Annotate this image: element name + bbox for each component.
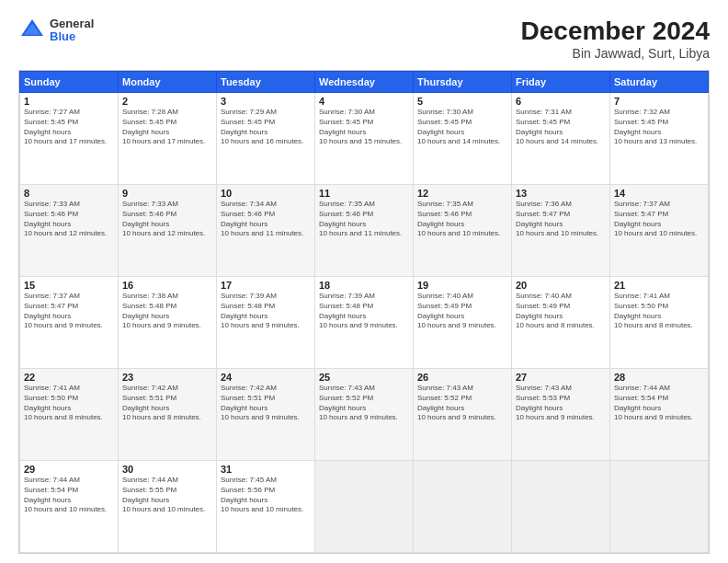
- col-friday: Friday: [512, 72, 610, 93]
- calendar-cell: 24Sunrise: 7:42 AMSunset: 5:51 PMDayligh…: [217, 369, 315, 461]
- day-number: 9: [122, 188, 212, 199]
- day-info: Sunrise: 7:40 AMSunset: 5:49 PMDaylight …: [417, 292, 507, 331]
- day-info: Sunrise: 7:37 AMSunset: 5:47 PMDaylight …: [24, 292, 114, 331]
- calendar-week-3: 22Sunrise: 7:41 AMSunset: 5:50 PMDayligh…: [20, 369, 709, 461]
- day-number: 2: [122, 96, 212, 107]
- day-number: 19: [417, 280, 507, 291]
- calendar-cell: 27Sunrise: 7:43 AMSunset: 5:53 PMDayligh…: [512, 369, 610, 461]
- col-saturday: Saturday: [610, 72, 709, 93]
- calendar-cell: 21Sunrise: 7:41 AMSunset: 5:50 PMDayligh…: [610, 277, 709, 369]
- day-number: 16: [122, 280, 212, 291]
- logo-line2: Blue: [50, 30, 94, 43]
- calendar-cell: 8Sunrise: 7:33 AMSunset: 5:46 PMDaylight…: [20, 185, 119, 277]
- day-info: Sunrise: 7:31 AMSunset: 5:45 PMDaylight …: [516, 108, 606, 147]
- day-info: Sunrise: 7:39 AMSunset: 5:48 PMDaylight …: [319, 292, 409, 331]
- day-info: Sunrise: 7:37 AMSunset: 5:47 PMDaylight …: [614, 200, 704, 239]
- col-thursday: Thursday: [414, 72, 512, 93]
- calendar-cell: 2Sunrise: 7:28 AMSunset: 5:45 PMDaylight…: [119, 93, 217, 185]
- calendar-week-4: 29Sunrise: 7:44 AMSunset: 5:54 PMDayligh…: [20, 461, 709, 553]
- calendar-cell: [512, 461, 610, 553]
- day-number: 23: [122, 372, 212, 383]
- day-info: Sunrise: 7:44 AMSunset: 5:54 PMDaylight …: [614, 384, 704, 423]
- calendar-cell: 9Sunrise: 7:33 AMSunset: 5:46 PMDaylight…: [119, 185, 217, 277]
- day-number: 21: [614, 280, 704, 291]
- day-info: Sunrise: 7:40 AMSunset: 5:49 PMDaylight …: [516, 292, 606, 331]
- calendar-cell: 13Sunrise: 7:36 AMSunset: 5:47 PMDayligh…: [512, 185, 610, 277]
- calendar-cell: 11Sunrise: 7:35 AMSunset: 5:46 PMDayligh…: [315, 185, 414, 277]
- day-number: 14: [614, 188, 704, 199]
- calendar-cell: 12Sunrise: 7:35 AMSunset: 5:46 PMDayligh…: [414, 185, 512, 277]
- calendar-cell: 17Sunrise: 7:39 AMSunset: 5:48 PMDayligh…: [217, 277, 315, 369]
- calendar-cell: 6Sunrise: 7:31 AMSunset: 5:45 PMDaylight…: [512, 93, 610, 185]
- day-info: Sunrise: 7:35 AMSunset: 5:46 PMDaylight …: [319, 200, 409, 239]
- logo: General Blue: [18, 17, 94, 44]
- calendar-cell: 20Sunrise: 7:40 AMSunset: 5:49 PMDayligh…: [512, 277, 610, 369]
- page: General Blue December 2024 Bin Jawwad, S…: [0, 0, 728, 563]
- calendar-cell: 23Sunrise: 7:42 AMSunset: 5:51 PMDayligh…: [119, 369, 217, 461]
- logo-text: General Blue: [50, 17, 94, 44]
- day-number: 20: [516, 280, 606, 291]
- calendar-cell: 22Sunrise: 7:41 AMSunset: 5:50 PMDayligh…: [20, 369, 119, 461]
- day-number: 5: [417, 96, 507, 107]
- calendar-week-0: 1Sunrise: 7:27 AMSunset: 5:45 PMDaylight…: [20, 93, 709, 185]
- col-tuesday: Tuesday: [217, 72, 315, 93]
- day-number: 4: [319, 96, 409, 107]
- day-info: Sunrise: 7:30 AMSunset: 5:45 PMDaylight …: [319, 108, 409, 147]
- day-info: Sunrise: 7:33 AMSunset: 5:46 PMDaylight …: [24, 200, 114, 239]
- day-number: 22: [24, 372, 114, 383]
- day-info: Sunrise: 7:39 AMSunset: 5:48 PMDaylight …: [221, 292, 311, 331]
- day-number: 27: [516, 372, 606, 383]
- page-subtitle: Bin Jawwad, Surt, Libya: [521, 46, 710, 61]
- day-info: Sunrise: 7:44 AMSunset: 5:55 PMDaylight …: [122, 476, 212, 515]
- day-number: 17: [221, 280, 311, 291]
- calendar-cell: 19Sunrise: 7:40 AMSunset: 5:49 PMDayligh…: [414, 277, 512, 369]
- calendar-cell: 4Sunrise: 7:30 AMSunset: 5:45 PMDaylight…: [315, 93, 414, 185]
- day-number: 3: [221, 96, 311, 107]
- day-info: Sunrise: 7:28 AMSunset: 5:45 PMDaylight …: [122, 108, 212, 147]
- day-info: Sunrise: 7:35 AMSunset: 5:46 PMDaylight …: [417, 200, 507, 239]
- title-block: December 2024 Bin Jawwad, Surt, Libya: [521, 17, 710, 61]
- calendar-cell: 31Sunrise: 7:45 AMSunset: 5:56 PMDayligh…: [217, 461, 315, 553]
- day-number: 25: [319, 372, 409, 383]
- calendar-cell: 16Sunrise: 7:38 AMSunset: 5:48 PMDayligh…: [119, 277, 217, 369]
- day-info: Sunrise: 7:30 AMSunset: 5:45 PMDaylight …: [417, 108, 507, 147]
- calendar-cell: 26Sunrise: 7:43 AMSunset: 5:52 PMDayligh…: [414, 369, 512, 461]
- day-info: Sunrise: 7:33 AMSunset: 5:46 PMDaylight …: [122, 200, 212, 239]
- logo-icon: [18, 17, 46, 44]
- calendar-header-row: Sunday Monday Tuesday Wednesday Thursday…: [20, 72, 709, 93]
- day-number: 15: [24, 280, 114, 291]
- calendar-cell: 3Sunrise: 7:29 AMSunset: 5:45 PMDaylight…: [217, 93, 315, 185]
- logo-line1: General: [50, 17, 94, 30]
- page-title: December 2024: [521, 17, 710, 46]
- day-number: 18: [319, 280, 409, 291]
- day-info: Sunrise: 7:41 AMSunset: 5:50 PMDaylight …: [24, 384, 114, 423]
- day-info: Sunrise: 7:38 AMSunset: 5:48 PMDaylight …: [122, 292, 212, 331]
- day-number: 30: [122, 464, 212, 475]
- day-info: Sunrise: 7:42 AMSunset: 5:51 PMDaylight …: [221, 384, 311, 423]
- col-wednesday: Wednesday: [315, 72, 414, 93]
- calendar-cell: 28Sunrise: 7:44 AMSunset: 5:54 PMDayligh…: [610, 369, 709, 461]
- day-number: 6: [516, 96, 606, 107]
- day-info: Sunrise: 7:41 AMSunset: 5:50 PMDaylight …: [614, 292, 704, 331]
- col-monday: Monday: [119, 72, 217, 93]
- day-number: 26: [417, 372, 507, 383]
- calendar-cell: [610, 461, 709, 553]
- day-number: 10: [221, 188, 311, 199]
- calendar-cell: [414, 461, 512, 553]
- calendar-cell: 15Sunrise: 7:37 AMSunset: 5:47 PMDayligh…: [20, 277, 119, 369]
- day-info: Sunrise: 7:43 AMSunset: 5:52 PMDaylight …: [417, 384, 507, 423]
- day-info: Sunrise: 7:43 AMSunset: 5:52 PMDaylight …: [319, 384, 409, 423]
- calendar-cell: [315, 461, 414, 553]
- calendar-cell: 29Sunrise: 7:44 AMSunset: 5:54 PMDayligh…: [20, 461, 119, 553]
- day-info: Sunrise: 7:34 AMSunset: 5:46 PMDaylight …: [221, 200, 311, 239]
- calendar-cell: 7Sunrise: 7:32 AMSunset: 5:45 PMDaylight…: [610, 93, 709, 185]
- day-number: 12: [417, 188, 507, 199]
- day-number: 11: [319, 188, 409, 199]
- day-info: Sunrise: 7:36 AMSunset: 5:47 PMDaylight …: [516, 200, 606, 239]
- day-info: Sunrise: 7:43 AMSunset: 5:53 PMDaylight …: [516, 384, 606, 423]
- day-number: 28: [614, 372, 704, 383]
- day-number: 31: [221, 464, 311, 475]
- calendar-cell: 1Sunrise: 7:27 AMSunset: 5:45 PMDaylight…: [20, 93, 119, 185]
- day-info: Sunrise: 7:45 AMSunset: 5:56 PMDaylight …: [221, 476, 311, 515]
- day-info: Sunrise: 7:42 AMSunset: 5:51 PMDaylight …: [122, 384, 212, 423]
